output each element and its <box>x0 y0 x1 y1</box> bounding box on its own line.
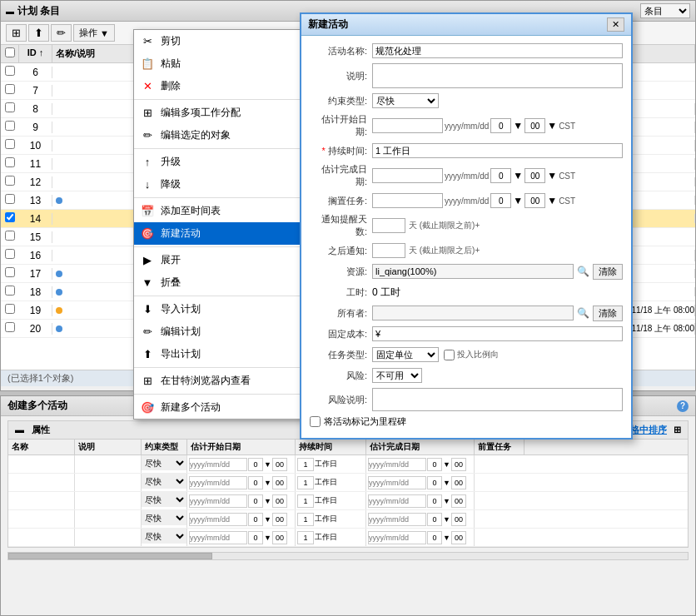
menu-item-view-browser[interactable]: ⊞ 在甘特浏览器内查看 <box>134 370 316 392</box>
multi-dur-val[interactable] <box>297 513 314 526</box>
menu-item-new-activity[interactable]: 🎯 新建活动 <box>134 222 316 245</box>
multi-desc-input[interactable] <box>77 492 139 507</box>
multi-end-hour[interactable] <box>427 494 442 508</box>
owner-search-icon[interactable]: 🔍 <box>577 307 589 319</box>
multi-type-select[interactable]: 尽快 <box>142 529 186 544</box>
multi-start-input[interactable] <box>189 531 247 544</box>
menu-item-promote[interactable]: ↑ 升级 <box>134 151 316 173</box>
multi-start-min[interactable] <box>272 476 287 489</box>
multi-end-input[interactable] <box>368 476 426 489</box>
menu-item-collapse[interactable]: ▼ 折叠 <box>134 271 316 294</box>
est-start-hour[interactable] <box>490 118 511 133</box>
menu-item-edit-multi[interactable]: ⊞ 编辑多项工作分配 <box>134 102 316 124</box>
multi-dur-val[interactable] <box>297 476 314 489</box>
multi-end-hour[interactable] <box>427 513 442 526</box>
multi-end-min[interactable] <box>451 513 466 526</box>
multi-name-input[interactable] <box>10 492 72 507</box>
multi-start-input[interactable] <box>189 458 247 471</box>
multi-name-input[interactable] <box>10 529 72 544</box>
multi-start-hour[interactable] <box>248 531 263 544</box>
task-type-select[interactable]: 固定单位 <box>372 347 439 362</box>
multi-start-input[interactable] <box>189 494 247 508</box>
sort-icon[interactable]: ⊞ <box>674 425 681 435</box>
multi-end-hour[interactable] <box>427 458 442 471</box>
toolbar-btn-1[interactable]: ⊞ <box>6 24 27 42</box>
multi-desc-input[interactable] <box>77 510 139 525</box>
multi-start-input[interactable] <box>189 476 247 489</box>
multi-name-input[interactable] <box>10 510 72 525</box>
est-start-input[interactable] <box>372 118 443 133</box>
menu-item-cut[interactable]: ✂ 剪切 <box>134 30 316 52</box>
scrollbar-horizontal[interactable] <box>7 552 689 560</box>
multi-start-min[interactable] <box>272 513 287 526</box>
collapse-icon[interactable]: ▬ <box>6 7 14 16</box>
after-notify-input[interactable] <box>372 243 405 258</box>
multi-name-input[interactable] <box>10 455 72 470</box>
multi-start-input[interactable] <box>189 513 247 526</box>
effort-driven-checkbox[interactable] <box>444 350 455 360</box>
multi-end-input[interactable] <box>368 494 426 508</box>
duration-input[interactable] <box>372 143 623 158</box>
multi-task-input[interactable] <box>476 510 686 525</box>
desc-input[interactable] <box>372 63 623 88</box>
view-selector[interactable]: 条目 <box>640 3 690 18</box>
multi-type-select[interactable]: 尽快 <box>142 510 186 525</box>
multi-type-select[interactable]: 尽快 <box>142 455 186 470</box>
owner-input[interactable] <box>372 306 574 320</box>
milestone-checkbox[interactable] <box>310 416 321 427</box>
menu-item-new-multi[interactable]: 🎯 新建多个活动 <box>134 396 316 419</box>
menu-item-edit-plan[interactable]: ✏ 编辑计划 <box>134 320 316 343</box>
multi-end-min[interactable] <box>451 476 466 489</box>
collapse-section-icon[interactable]: ▬ <box>15 425 24 435</box>
multi-start-hour[interactable] <box>248 513 263 526</box>
multi-end-hour[interactable] <box>427 531 442 544</box>
resource-input[interactable] <box>372 264 574 279</box>
multi-end-hour[interactable] <box>427 476 442 489</box>
menu-item-expand[interactable]: ▶ 展开 <box>134 249 316 271</box>
constraint-select[interactable]: 尽快 <box>372 93 439 108</box>
multi-dur-val[interactable] <box>297 494 314 508</box>
multi-task-input[interactable] <box>476 474 686 489</box>
backlog-input[interactable] <box>372 193 443 208</box>
multi-end-min[interactable] <box>451 531 466 544</box>
multi-start-hour[interactable] <box>248 458 263 471</box>
dialog-close-button[interactable]: ✕ <box>607 17 624 32</box>
est-end-min[interactable] <box>524 168 545 183</box>
menu-item-edit-selected[interactable]: ✏ 编辑选定的对象 <box>134 124 316 147</box>
notify-days-input[interactable] <box>372 218 405 233</box>
activity-name-input[interactable] <box>372 43 623 58</box>
clear-resource-button[interactable]: 清除 <box>593 264 623 280</box>
clear-owner-button[interactable]: 清除 <box>593 306 623 321</box>
multi-desc-input[interactable] <box>77 474 139 489</box>
operation-dropdown[interactable]: 操作 ▼ <box>73 24 115 42</box>
multi-start-min[interactable] <box>272 494 287 508</box>
est-start-min[interactable] <box>524 118 545 133</box>
multi-end-input[interactable] <box>368 531 426 544</box>
menu-item-delete[interactable]: ✕ 删除 <box>134 75 316 97</box>
risk-desc-input[interactable] <box>372 388 623 411</box>
toolbar-btn-3[interactable]: ✏ <box>51 24 72 42</box>
multi-dur-val[interactable] <box>297 531 314 544</box>
backlog-hour[interactable] <box>490 193 511 208</box>
multi-end-min[interactable] <box>451 458 466 471</box>
multi-start-hour[interactable] <box>248 476 263 489</box>
multi-type-select[interactable]: 尽快 <box>142 474 186 489</box>
multi-start-min[interactable] <box>272 458 287 471</box>
risk-select[interactable]: 不可用 <box>372 368 422 383</box>
multi-desc-input[interactable] <box>77 529 139 544</box>
fixed-cost-input[interactable] <box>372 326 623 341</box>
multi-task-input[interactable] <box>476 492 686 507</box>
multi-end-input[interactable] <box>368 458 426 471</box>
multi-end-input[interactable] <box>368 513 426 526</box>
backlog-min[interactable] <box>524 193 545 208</box>
toolbar-btn-2[interactable]: ⬆ <box>28 24 49 42</box>
menu-item-import-plan[interactable]: ⬇ 导入计划 <box>134 298 316 320</box>
multi-end-min[interactable] <box>451 494 466 508</box>
menu-item-export-plan[interactable]: ⬆ 导出计划 <box>134 343 316 365</box>
multi-task-input[interactable] <box>476 455 686 470</box>
multi-name-input[interactable] <box>10 474 72 489</box>
multi-dur-val[interactable] <box>297 458 314 471</box>
resource-search-icon[interactable]: 🔍 <box>577 266 589 277</box>
multi-start-min[interactable] <box>272 531 287 544</box>
multi-start-hour[interactable] <box>248 494 263 508</box>
